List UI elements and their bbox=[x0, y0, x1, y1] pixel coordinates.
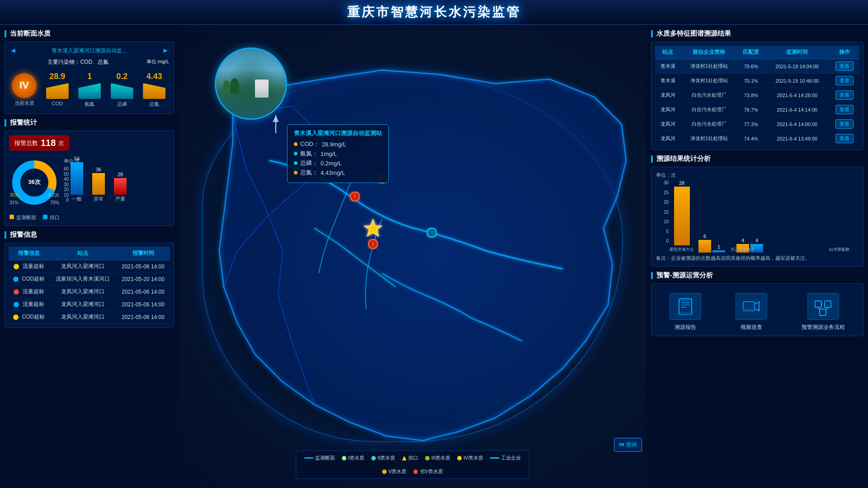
map-area: ! ! ! 青木溪入梁滩河口溯源自动监测站 COD：28.9mg/L bbox=[179, 25, 646, 488]
tooltip-row-tn: 总氮：4.43mg/L bbox=[294, 169, 382, 177]
alert-type-cell: 流量超标 bbox=[9, 260, 49, 273]
legend-circle-class4 bbox=[457, 456, 462, 460]
alert-type-text: 流量超标 bbox=[23, 288, 44, 295]
legend-circle-class3 bbox=[425, 456, 429, 460]
warning-card-report[interactable]: 溯源报告 bbox=[670, 293, 701, 331]
tooltip-dot-tn bbox=[294, 171, 297, 174]
svg-rect-26 bbox=[825, 301, 831, 307]
grade-circle: IV bbox=[12, 73, 37, 98]
tooltip-dot-cod bbox=[294, 142, 297, 146]
bar-severe-rect bbox=[114, 178, 127, 195]
nav-next-btn[interactable]: ► bbox=[162, 47, 169, 55]
col-station: 站点 bbox=[49, 247, 116, 260]
analysis-bars: 28 爱思开海力士 6 1 方正高密电子 bbox=[670, 189, 859, 253]
page-title: 重庆市智慧河长水污染监管 bbox=[347, 4, 521, 21]
tooltip-row-nh: 氨氮：1mg/L bbox=[294, 150, 382, 158]
source-view-btn[interactable]: 查看 bbox=[835, 119, 854, 129]
alert-table-row: 流量超标 龙凤河入梁滩河口 2021-05-06 14:00 bbox=[9, 286, 170, 298]
warning-icon-video bbox=[736, 293, 767, 320]
source-table-row: 青木溪 净龙村1社处理站 79.6% 2021-5-19 14:04:00 查看 bbox=[655, 59, 859, 74]
legend-circle-class2 bbox=[371, 456, 376, 460]
bar-chart: 单位:次 6050403020100 54 一般 36 bbox=[64, 158, 169, 212]
warning-icon-flow bbox=[807, 293, 839, 320]
analysis-section: 单位：次 302520151050 28 爱思开海力士 6 bbox=[651, 167, 863, 267]
svg-text:36次: 36次 bbox=[28, 178, 41, 185]
source-station-cell: 青木溪 bbox=[655, 59, 680, 74]
bar-severe: 28 严重 bbox=[114, 172, 127, 202]
alert-dot bbox=[14, 302, 19, 307]
source-time-cell: 2021-5-19 14:04:00 bbox=[765, 59, 830, 74]
metric-cod: 28.9 COD bbox=[42, 72, 72, 108]
alert-dot bbox=[14, 289, 19, 295]
source-action-cell[interactable]: 查看 bbox=[830, 117, 859, 131]
left-panel: 当前断面水质 ◄ 青木溪入梁滩河口溯源自动监... ► 主要污染物：COD、总氮… bbox=[0, 25, 179, 488]
legend-line-monitor bbox=[304, 457, 313, 459]
warning-icon-report bbox=[670, 293, 701, 320]
nav-prev-btn[interactable]: ◄ bbox=[9, 47, 17, 55]
metric-tp: 0.2 总磷 bbox=[107, 72, 137, 108]
col-match: 匹配度 bbox=[737, 46, 765, 59]
photo-scene bbox=[216, 49, 286, 118]
alert-dot bbox=[13, 277, 19, 282]
alert-type-text: COD超标 bbox=[22, 314, 45, 320]
legend-outfall: 排口 bbox=[43, 214, 60, 221]
cod-icon bbox=[46, 83, 69, 99]
bar-3 bbox=[712, 250, 725, 253]
source-company-cell: 净龙村1社处理站 bbox=[680, 74, 737, 88]
nh-icon bbox=[78, 83, 101, 99]
source-station-cell: 青木溪 bbox=[655, 74, 680, 88]
water-quality-display: IV 当前水质 28.9 COD 1 氨氮 0.2 总磷 bbox=[9, 70, 169, 109]
bar-abnormal: 36 异常 bbox=[92, 167, 105, 202]
cod-label: COD bbox=[52, 101, 63, 106]
source-view-btn[interactable]: 查看 bbox=[835, 61, 854, 71]
svg-rect-27 bbox=[820, 309, 826, 315]
alert-type-text: 流量超标 bbox=[23, 263, 44, 269]
alert-station-cell: 龙凤河入梁滩河口 bbox=[49, 311, 116, 324]
col-time: 报警时间 bbox=[116, 247, 170, 260]
metrics-grid: 28.9 COD 1 氨氮 0.2 总磷 4.43 总氮 bbox=[42, 72, 169, 108]
alert-table-header-row: 报警信息 站点 报警时间 bbox=[9, 247, 170, 260]
water-quality-section: ◄ 青木溪入梁滩河口溯源自动监... ► 主要污染物：COD、总氮 单位:mg/… bbox=[5, 42, 174, 114]
analysis-unit: 单位：次 bbox=[656, 172, 859, 178]
source-action-cell[interactable]: 查看 bbox=[830, 103, 859, 117]
alert-time-cell: 2021-05-06 14:00 bbox=[116, 311, 170, 324]
donut-label-3: 8.2次 bbox=[48, 192, 59, 198]
bar-group-1: 28 爱思开海力士 bbox=[670, 180, 694, 253]
grade-label: 当前水质 bbox=[14, 100, 34, 107]
source-time-cell: 2021-5-19 10:46:00 bbox=[765, 74, 830, 88]
source-view-btn[interactable]: 查看 bbox=[835, 105, 854, 114]
alert-type-cell: COD超标 bbox=[9, 273, 49, 286]
pollutant-label: 主要污染物：COD、总氮 单位:mg/L bbox=[9, 58, 169, 66]
source-station-cell: 龙凤河 bbox=[655, 117, 680, 131]
legend-class1: I类水质 bbox=[342, 455, 364, 461]
warning-card-video[interactable]: 视频巡查 bbox=[736, 293, 767, 331]
source-view-btn[interactable]: 查看 bbox=[835, 90, 854, 100]
warning-card-flow[interactable]: 预警溯源业务流程 bbox=[802, 293, 845, 331]
station-nav: ◄ 青木溪入梁滩河口溯源自动监... ► bbox=[9, 47, 169, 55]
legend-class5: V类水质 bbox=[382, 468, 406, 475]
source-action-cell[interactable]: 查看 bbox=[830, 131, 859, 146]
legend-monitor: 监测断面 bbox=[9, 214, 36, 221]
source-action-cell[interactable]: 查看 bbox=[830, 74, 859, 88]
alert-station-cell: 龙凤河入梁滩河口 bbox=[49, 260, 116, 273]
source-action-cell[interactable]: 查看 bbox=[830, 88, 859, 103]
col-alert-info: 报警信息 bbox=[9, 247, 49, 260]
tooltip-dot-nh bbox=[294, 152, 297, 155]
source-station-cell: 龙凤河 bbox=[655, 103, 680, 117]
legend-toggle-btn[interactable]: 🗺 图例 bbox=[614, 438, 642, 452]
source-table-row: 青木溪 净龙村1社处理站 70.1% 2021-5-19 10:46:00 查看 bbox=[655, 74, 859, 88]
donut-label-2: 31% bbox=[9, 200, 19, 205]
source-match-cell: 74.4% bbox=[737, 131, 765, 146]
source-match-cell: 79.6% bbox=[737, 59, 765, 74]
tooltip-row-cod: COD：28.9mg/L bbox=[294, 140, 382, 148]
alert-table: 报警信息 站点 报警时间 流量超标 龙凤河入梁滩河口 2021-05-06 14… bbox=[9, 247, 170, 324]
legend-class2: II类水质 bbox=[371, 455, 395, 461]
y-axis: 6050403020100 bbox=[64, 166, 69, 202]
source-action-cell[interactable]: 查看 bbox=[830, 59, 859, 74]
source-match-cell: 73.8% bbox=[737, 88, 765, 103]
header: 重庆市智慧河长水污染监管 bbox=[0, 0, 868, 25]
source-view-btn[interactable]: 查看 bbox=[835, 134, 854, 143]
source-view-btn[interactable]: 查看 bbox=[835, 76, 854, 85]
warning-header: 预警-溯源运营分析 bbox=[651, 271, 863, 280]
alert-stats-section: 报警总数 118 次 36次 36次 31% 8.2次 bbox=[5, 131, 174, 226]
